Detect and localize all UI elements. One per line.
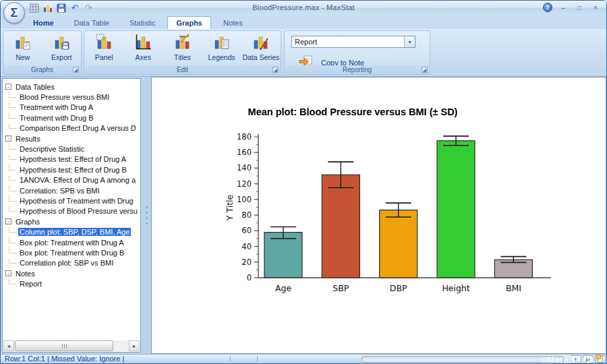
group-caption-graphs: Graphs ◢: [3, 65, 81, 74]
titlebar: Σ ↶ ↷ BloodPressure.max - MaxStat ? – □ …: [1, 1, 606, 16]
svg-text:Y Title: Y Title: [225, 194, 235, 221]
tree-item[interactable]: Column plot: SBP, DSP, BMI, Age: [4, 226, 140, 237]
tree-item[interactable]: Box plot: Treatment with Drug A: [4, 237, 140, 247]
tab-notes[interactable]: Notes: [215, 17, 251, 29]
tree-connector-line: [9, 164, 16, 171]
save-icon[interactable]: [56, 3, 67, 13]
panel-splitter[interactable]: [142, 77, 151, 354]
window-controls: ? – □ ×: [543, 3, 601, 12]
chevron-down-icon[interactable]: ▾: [404, 36, 415, 47]
tree-horizontal-scrollbar[interactable]: ◂ ▸: [3, 340, 140, 351]
tree-item[interactable]: Box plot: Treatment with Drug B: [4, 247, 140, 257]
axes-button[interactable]: Axes: [124, 32, 162, 61]
ribbon-group-edit: Panel Axes Titles Legends Data Series: [84, 30, 281, 75]
minimize-button[interactable]: –: [558, 3, 569, 12]
tree-item[interactable]: Treatment with Drug B: [4, 113, 140, 123]
tree-item[interactable]: Hypothesis of Blood Pressure versu: [4, 206, 140, 216]
tree-item[interactable]: Comparison Effect Drug A versus D: [4, 123, 140, 133]
svg-text:SBP: SBP: [333, 283, 349, 293]
data-series-button[interactable]: Data Series: [242, 32, 280, 61]
svg-text:BMI: BMI: [506, 283, 521, 293]
close-button[interactable]: ×: [590, 3, 601, 12]
status-icons: ▼ ▶: [571, 355, 606, 363]
svg-text:140: 140: [237, 163, 252, 173]
tree-item[interactable]: 1ANOVA: Effect of Drug A among a: [4, 175, 140, 185]
status-down-arrow-icon[interactable]: ▼: [571, 355, 581, 363]
tree-item[interactable]: Correlation plot: SBP vs BMI: [4, 258, 140, 268]
legends-button[interactable]: Legends: [203, 32, 241, 61]
scrollbar-thumb[interactable]: [15, 340, 113, 351]
tree-item[interactable]: Correlation: SPB vs BMI: [4, 185, 140, 195]
tree-connector-line: [9, 113, 16, 119]
tree-connector-line: [9, 195, 16, 202]
redo-icon[interactable]: ↷: [83, 3, 94, 13]
tree-item[interactable]: Blood Pressure versus BMI: [4, 92, 140, 102]
maximize-button[interactable]: □: [574, 3, 585, 12]
status-new-note-icon[interactable]: [595, 355, 606, 363]
export-graph-button[interactable]: Export: [42, 32, 80, 61]
scrollbar-track[interactable]: [14, 340, 129, 351]
new-graph-button[interactable]: New: [4, 32, 42, 61]
tree-item-label: Treatment with Drug B: [18, 114, 95, 122]
tree-item-label: Comparison Effect Drug A versus D: [18, 124, 138, 132]
svg-text:20: 20: [241, 257, 252, 267]
tree-item-label: Hypothesis test: Effect of Drug B: [18, 166, 128, 174]
tree-item[interactable]: Hypothesis of Treatment with Drug: [4, 195, 140, 206]
tree-item-label: Box plot: Treatment with Drug A: [18, 239, 125, 247]
tab-home[interactable]: Home: [25, 17, 62, 29]
panel-button[interactable]: Panel: [85, 32, 123, 61]
report-combobox[interactable]: Report ▾: [291, 36, 415, 48]
tree-item[interactable]: Treatment with Drug A: [4, 102, 140, 113]
svg-text:0: 0: [247, 273, 252, 282]
tab-graphs[interactable]: Graphs: [167, 16, 211, 29]
tree-item[interactable]: -Data Tables: [4, 82, 140, 92]
tree-item[interactable]: Hypothesis test: Effect of Drug A: [4, 154, 140, 164]
chart-panel[interactable]: Mean plot: Blood Pressure versus BMI (± …: [151, 77, 606, 354]
undo-icon[interactable]: ↶: [69, 3, 80, 13]
tree-collapse-icon[interactable]: -: [5, 135, 11, 142]
tree-item[interactable]: Descriptive Statistic: [4, 144, 140, 154]
tree-connector-line: [9, 258, 16, 264]
svg-text:180: 180: [237, 132, 252, 142]
tab-data-table[interactable]: Data Table: [66, 17, 117, 29]
dialog-launcher-icon[interactable]: ◢: [422, 67, 428, 73]
tree-item-label: Treatment with Drug A: [18, 103, 94, 111]
scroll-left-arrow-icon[interactable]: ◂: [3, 340, 14, 351]
tab-statistic[interactable]: Statistic: [121, 17, 164, 29]
data-table-icon[interactable]: [29, 3, 40, 13]
tree-item[interactable]: Report: [4, 278, 140, 289]
svg-text:DBP: DBP: [390, 283, 407, 293]
tree-connector-line: [9, 226, 16, 233]
tree-item[interactable]: -Graphs: [4, 216, 140, 226]
tree-item[interactable]: -Results: [4, 133, 140, 144]
svg-text:120: 120: [237, 179, 252, 189]
ribbon-tab-bar: Home Data Table Statistic Graphs Notes: [1, 16, 606, 29]
svg-text:80: 80: [241, 210, 252, 220]
help-icon[interactable]: ?: [543, 3, 552, 12]
titles-button[interactable]: Titles: [163, 32, 201, 61]
tree-collapse-icon[interactable]: -: [5, 84, 11, 90]
scroll-right-arrow-icon[interactable]: ▸: [129, 340, 140, 351]
legends-chart-icon: [213, 34, 230, 53]
dialog-launcher-icon[interactable]: ◢: [73, 67, 79, 73]
tree-item-label: Data Tables: [14, 83, 56, 91]
tree-item-label: Hypothesis test: Effect of Drug A: [18, 155, 127, 163]
tree-collapse-icon[interactable]: -: [5, 270, 11, 276]
status-separator: [230, 356, 231, 362]
tree-connector-line: [9, 144, 16, 150]
tree-connector-line: [9, 154, 16, 160]
tree-item-label: Results: [14, 135, 42, 143]
status-right-arrow-icon[interactable]: ▶: [583, 355, 594, 363]
quick-chart-icon[interactable]: [42, 3, 53, 13]
tree-item[interactable]: Hypothesis test: Effect of Drug B: [4, 164, 140, 175]
tree-collapse-icon[interactable]: -: [5, 218, 11, 224]
app-menu-button[interactable]: Σ: [3, 2, 25, 24]
tree-item-label: Report: [18, 280, 43, 288]
tree-connector-line: [9, 92, 16, 98]
dialog-launcher-icon[interactable]: ◢: [272, 67, 279, 73]
tree-item-label: Correlation: SPB vs BMI: [18, 187, 101, 195]
tree-connector-line: [9, 102, 16, 109]
tree-item[interactable]: -Notes: [4, 268, 140, 278]
tree-connector-line: [9, 185, 16, 191]
main-area: -Data TablesBlood Pressure versus BMITre…: [1, 77, 607, 354]
